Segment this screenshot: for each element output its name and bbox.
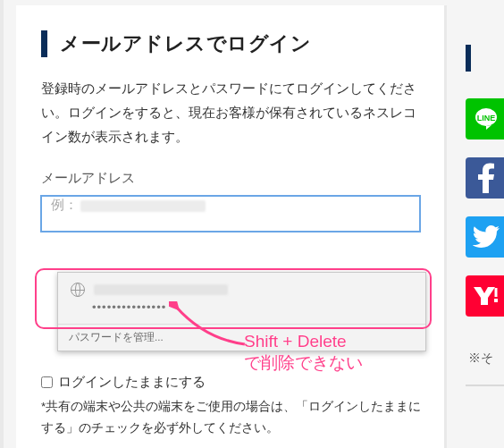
svg-rect-3 [495,288,498,297]
annotation-text: Shift + Delete で削除できない [244,331,363,374]
heading-title: メールアドレスでログイン [60,30,311,57]
email-placeholder-redacted [80,200,206,212]
remember-me-hint: *共有の端末や公共の端末をご使用の場合は、「ログインしたままにする」のチェックを… [41,396,425,438]
heading-accent-bar [41,30,47,57]
twitter-login-button[interactable] [466,216,504,258]
autofill-suggestion[interactable]: ••••••••••••••• [58,273,425,325]
autofill-username-redacted [94,284,228,295]
annotation-line1: Shift + Delete [244,332,347,351]
yahoo-login-button[interactable] [466,275,504,317]
side-note: ※そ [468,351,493,367]
autofill-password-mask: ••••••••••••••• [92,300,413,314]
section-heading: メールアドレスでログイン [41,30,420,57]
svg-text:LINE: LINE [477,114,496,123]
side-column: LINE [466,45,504,334]
remember-me-row[interactable]: ログインしたままにする [41,374,206,391]
card-right-edge [444,5,447,448]
facebook-login-button[interactable] [466,157,504,199]
side-divider [466,385,504,386]
side-heading-bar [466,45,504,72]
svg-rect-2 [494,299,498,302]
remember-me-checkbox[interactable] [41,376,53,388]
line-login-button[interactable]: LINE [466,98,504,139]
remember-me-label: ログインしたままにする [58,374,206,391]
annotation-line2: で削除できない [244,353,363,372]
twitter-icon [473,225,500,249]
email-placeholder-prefix: 例： [51,197,78,212]
globe-icon [71,283,85,297]
line-icon: LINE [473,106,500,132]
facebook-icon [477,163,495,193]
manage-passwords-link[interactable]: パスワードを管理... [58,325,425,351]
login-description: 登録時のメールアドレスとパスワードにてログインしてください。ログインをすると、現… [41,77,420,148]
autofill-dropdown: ••••••••••••••• パスワードを管理... [57,272,426,351]
yahoo-icon [473,286,500,306]
email-label: メールアドレス [41,170,420,187]
email-input[interactable]: 例： [41,196,420,232]
